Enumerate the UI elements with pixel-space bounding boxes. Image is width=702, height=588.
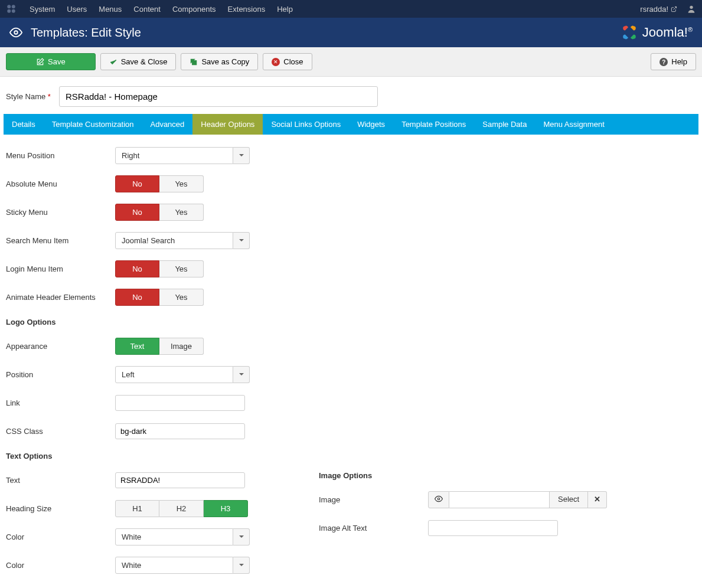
heading-h2[interactable]: H2 <box>159 500 204 517</box>
position-select[interactable]: Left <box>115 366 250 383</box>
image-select-button[interactable]: Select <box>550 491 588 508</box>
text-options-heading: Text Options <box>6 452 696 460</box>
animate-header-toggle: No Yes <box>115 289 204 306</box>
joomla-logo-icon <box>619 22 640 43</box>
eye-icon <box>435 495 443 503</box>
save-button[interactable]: Save <box>6 53 96 70</box>
help-icon <box>659 58 668 66</box>
external-link-icon <box>671 6 677 12</box>
position-label: Position <box>6 370 115 379</box>
user-icon[interactable] <box>687 4 696 14</box>
chevron-down-icon <box>233 147 250 164</box>
image-alt-input[interactable] <box>428 520 558 536</box>
admin-menu-users[interactable]: Users <box>61 5 93 14</box>
link-label: Link <box>6 398 115 407</box>
style-name-label: Style Name * <box>6 92 59 101</box>
login-menu-item-toggle: No Yes <box>115 260 204 277</box>
tab-widgets[interactable]: Widgets <box>349 114 393 135</box>
absolute-menu-no[interactable]: No <box>115 175 159 192</box>
image-path-field[interactable] <box>449 491 550 508</box>
color2-select[interactable]: White <box>115 557 250 574</box>
svg-point-2 <box>7 9 11 13</box>
svg-point-1 <box>12 5 15 8</box>
admin-menu-menus[interactable]: Menus <box>93 5 128 14</box>
username-link[interactable]: rsradda! <box>635 5 682 14</box>
admin-menu-help[interactable]: Help <box>271 5 299 14</box>
image-preview-button[interactable] <box>428 491 449 508</box>
menu-position-label: Menu Position <box>6 151 115 160</box>
chevron-down-icon <box>233 232 250 249</box>
tab-details[interactable]: Details <box>4 114 44 135</box>
admin-menu-system[interactable]: System <box>24 5 61 14</box>
svg-point-0 <box>7 5 11 8</box>
color1-select[interactable]: White <box>115 528 250 545</box>
tab-header-options[interactable]: Header Options <box>192 114 263 135</box>
heading-size-toggle: H1 H2 H3 <box>115 500 248 517</box>
sticky-menu-toggle: No Yes <box>115 204 204 221</box>
title-bar: Templates: Edit Style Joomla!® <box>0 18 702 47</box>
sticky-menu-label: Sticky Menu <box>6 208 115 217</box>
appearance-toggle: Text Image <box>115 338 204 355</box>
chevron-down-icon <box>233 557 250 574</box>
tab-advanced[interactable]: Advanced <box>142 114 192 135</box>
animate-header-yes[interactable]: Yes <box>159 289 204 306</box>
tab-social-links[interactable]: Social Links Options <box>263 114 349 135</box>
image-clear-button[interactable]: ✕ <box>588 491 607 508</box>
heading-size-label: Heading Size <box>6 504 115 513</box>
image-select-group: Select ✕ <box>428 491 607 508</box>
appearance-text[interactable]: Text <box>115 338 159 355</box>
image-alt-label: Image Alt Text <box>319 524 428 533</box>
image-label: Image <box>319 495 428 504</box>
animate-header-label: Animate Header Elements <box>6 293 115 302</box>
menu-position-select[interactable]: Right <box>115 147 250 164</box>
svg-point-7 <box>437 498 440 500</box>
absolute-menu-label: Absolute Menu <box>6 179 115 188</box>
search-menu-item-label: Search Menu Item <box>6 236 115 245</box>
help-button[interactable]: Help <box>651 53 696 70</box>
joomla-icon <box>6 4 17 14</box>
login-menu-no[interactable]: No <box>115 260 159 277</box>
sticky-menu-no[interactable]: No <box>115 204 159 221</box>
cancel-icon <box>272 58 280 66</box>
close-button[interactable]: Close <box>263 53 312 70</box>
chevron-down-icon <box>233 528 250 545</box>
link-input[interactable] <box>115 395 245 411</box>
tab-menu-assignment[interactable]: Menu Assignment <box>535 114 612 135</box>
style-name-input[interactable] <box>59 86 378 107</box>
animate-header-no[interactable]: No <box>115 289 159 306</box>
text-input[interactable] <box>115 472 245 488</box>
search-menu-item-select[interactable]: Joomla! Search <box>115 232 250 249</box>
sticky-menu-yes[interactable]: Yes <box>159 204 204 221</box>
check-icon <box>109 58 117 66</box>
css-class-input[interactable] <box>115 423 245 439</box>
svg-point-5 <box>14 31 18 34</box>
joomla-logo: Joomla!® <box>619 22 693 43</box>
save-close-button[interactable]: Save & Close <box>100 53 177 70</box>
tab-sample-data[interactable]: Sample Data <box>474 114 535 135</box>
copy-icon <box>190 58 198 66</box>
appearance-label: Appearance <box>6 342 115 351</box>
tab-template-positions[interactable]: Template Positions <box>393 114 474 135</box>
svg-point-3 <box>12 9 15 13</box>
page-title: Templates: Edit Style <box>31 26 141 40</box>
color2-label: Color <box>6 561 115 570</box>
tab-template-customization[interactable]: Template Customization <box>44 114 142 135</box>
admin-menu-components[interactable]: Components <box>166 5 222 14</box>
apply-icon <box>36 58 44 66</box>
image-options-heading: Image Options <box>319 471 607 480</box>
admin-menu-extensions[interactable]: Extensions <box>222 5 272 14</box>
admin-bar: System Users Menus Content Components Ex… <box>0 0 702 18</box>
heading-h1[interactable]: H1 <box>115 500 159 517</box>
eye-icon <box>9 26 22 39</box>
chevron-down-icon <box>233 366 250 383</box>
login-menu-item-label: Login Menu Item <box>6 264 115 273</box>
heading-h3[interactable]: H3 <box>204 500 248 517</box>
appearance-image[interactable]: Image <box>159 338 204 355</box>
login-menu-yes[interactable]: Yes <box>159 260 204 277</box>
absolute-menu-yes[interactable]: Yes <box>159 175 204 192</box>
tab-bar: Details Template Customization Advanced … <box>4 114 698 135</box>
save-copy-button[interactable]: Save as Copy <box>181 53 258 70</box>
color1-label: Color <box>6 533 115 541</box>
admin-menu-content[interactable]: Content <box>128 5 166 14</box>
css-class-label: CSS Class <box>6 427 115 436</box>
